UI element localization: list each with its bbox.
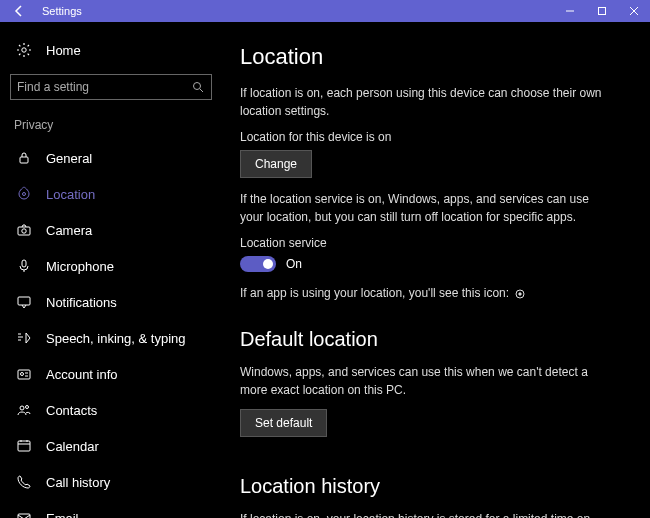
- sidebar-item-label: Notifications: [46, 295, 117, 310]
- sidebar-item-speech[interactable]: Speech, inking, & typing: [0, 320, 222, 356]
- svg-rect-7: [22, 260, 26, 267]
- gear-icon: [14, 40, 34, 60]
- contacts-icon: [14, 400, 34, 420]
- location-service-toggle[interactable]: On: [240, 256, 628, 272]
- sidebar-item-camera[interactable]: Camera: [0, 212, 222, 248]
- svg-rect-9: [18, 370, 30, 379]
- service-label: Location service: [240, 236, 628, 250]
- sidebar-item-account[interactable]: Account info: [0, 356, 222, 392]
- search-box[interactable]: [10, 74, 212, 100]
- default-location-heading: Default location: [240, 328, 628, 351]
- speech-icon: [14, 328, 34, 348]
- maximize-button[interactable]: [586, 0, 618, 22]
- svg-rect-13: [18, 441, 30, 451]
- app-title: Settings: [42, 5, 82, 17]
- sidebar-item-label: Camera: [46, 223, 92, 238]
- location-icon: [14, 184, 34, 204]
- account-icon: [14, 364, 34, 384]
- toggle-track[interactable]: [240, 256, 276, 272]
- group-header: Privacy: [0, 118, 222, 140]
- home-label: Home: [46, 43, 81, 58]
- device-status: Location for this device is on: [240, 130, 628, 144]
- toggle-thumb: [263, 259, 273, 269]
- email-icon: [14, 508, 34, 518]
- notifications-icon: [14, 292, 34, 312]
- svg-rect-3: [20, 157, 28, 163]
- svg-point-17: [519, 293, 521, 295]
- camera-icon: [14, 220, 34, 240]
- svg-rect-0: [599, 8, 606, 15]
- sidebar-item-microphone[interactable]: Microphone: [0, 248, 222, 284]
- sidebar-item-notifications[interactable]: Notifications: [0, 284, 222, 320]
- microphone-icon: [14, 256, 34, 276]
- sidebar-item-label: Calendar: [46, 439, 99, 454]
- sidebar-item-location[interactable]: Location: [0, 176, 222, 212]
- sidebar-item-label: General: [46, 151, 92, 166]
- minimize-button[interactable]: [554, 0, 586, 22]
- sidebar-item-label: Email: [46, 511, 79, 519]
- sidebar-item-callhistory[interactable]: Call history: [0, 464, 222, 500]
- main-pane: Location If location is on, each person …: [222, 22, 650, 518]
- default-text: Windows, apps, and services can use this…: [240, 363, 610, 399]
- titlebar: Settings: [0, 0, 650, 22]
- svg-rect-5: [18, 227, 30, 235]
- history-text: If location is on, your location history…: [240, 510, 610, 518]
- intro-text: If location is on, each person using thi…: [240, 84, 610, 120]
- sidebar-item-label: Speech, inking, & typing: [46, 331, 185, 346]
- service-text: If the location service is on, Windows, …: [240, 190, 610, 226]
- svg-point-4: [23, 193, 26, 196]
- sidebar-item-label: Microphone: [46, 259, 114, 274]
- change-button[interactable]: Change: [240, 150, 312, 178]
- calendar-icon: [14, 436, 34, 456]
- home-link[interactable]: Home: [0, 40, 222, 74]
- svg-point-6: [22, 229, 26, 233]
- page-title: Location: [240, 44, 628, 70]
- sidebar-item-email[interactable]: Email: [0, 500, 222, 518]
- toggle-state: On: [286, 257, 302, 271]
- svg-rect-8: [18, 297, 30, 305]
- sidebar: Home Privacy General Location Camera Mic…: [0, 22, 222, 518]
- lock-icon: [14, 148, 34, 168]
- close-button[interactable]: [618, 0, 650, 22]
- svg-point-2: [194, 83, 201, 90]
- svg-point-11: [20, 406, 24, 410]
- location-indicator-icon: [514, 288, 526, 300]
- sidebar-item-general[interactable]: General: [0, 140, 222, 176]
- svg-point-12: [26, 406, 29, 409]
- svg-point-1: [22, 48, 26, 52]
- sidebar-item-label: Contacts: [46, 403, 97, 418]
- sidebar-item-contacts[interactable]: Contacts: [0, 392, 222, 428]
- search-icon: [191, 80, 205, 94]
- icon-note: If an app is using your location, you'll…: [240, 284, 610, 302]
- history-heading: Location history: [240, 475, 628, 498]
- back-button[interactable]: [8, 0, 30, 22]
- sidebar-item-label: Account info: [46, 367, 118, 382]
- svg-point-10: [21, 373, 24, 376]
- phone-icon: [14, 472, 34, 492]
- set-default-button[interactable]: Set default: [240, 409, 327, 437]
- search-input[interactable]: [17, 80, 191, 94]
- sidebar-item-label: Call history: [46, 475, 110, 490]
- sidebar-item-calendar[interactable]: Calendar: [0, 428, 222, 464]
- sidebar-item-label: Location: [46, 187, 95, 202]
